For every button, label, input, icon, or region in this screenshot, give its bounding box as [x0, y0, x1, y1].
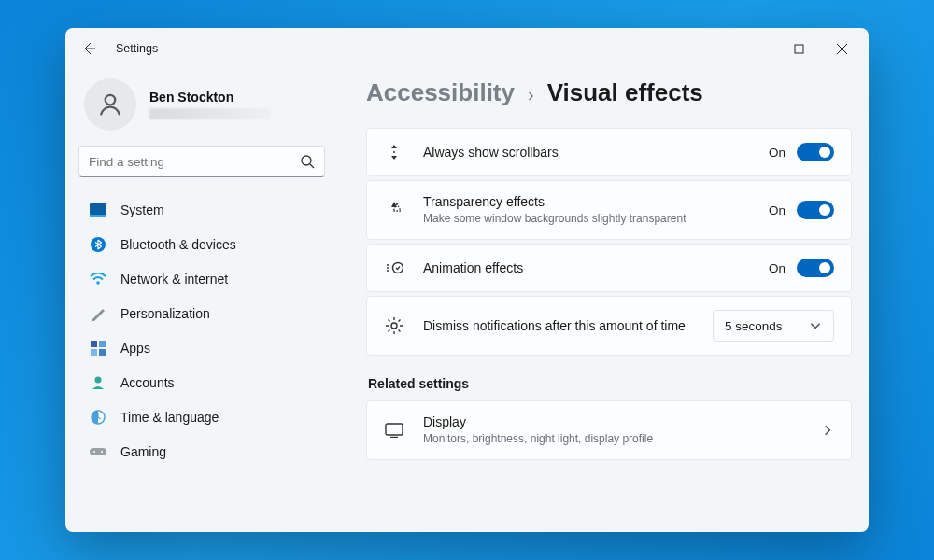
- titlebar: Settings: [65, 28, 869, 69]
- chevron-right-icon: ›: [528, 84, 534, 105]
- link-title: Display: [423, 414, 802, 429]
- svg-point-2: [302, 156, 311, 165]
- display-icon: [384, 420, 404, 441]
- scrollbar-icon: [384, 142, 404, 162]
- setting-title: Dismiss notifications after this amount …: [423, 318, 694, 333]
- maximize-icon: [794, 44, 804, 54]
- nav-label: Personalization: [120, 306, 210, 321]
- setting-dismiss-notifications: Dismiss notifications after this amount …: [366, 296, 852, 356]
- accounts-icon: [90, 374, 106, 391]
- settings-window: Settings Ben Stockton: [65, 28, 869, 532]
- brush-icon: [90, 305, 106, 322]
- arrow-left-icon: [81, 41, 96, 56]
- wifi-icon: [90, 271, 106, 287]
- nav-label: Apps: [120, 341, 150, 356]
- svg-rect-14: [90, 448, 106, 455]
- setting-title: Transparency effects: [423, 194, 750, 209]
- link-desc: Monitors, brightness, night light, displ…: [423, 431, 802, 446]
- nav-item-bluetooth[interactable]: Bluetooth & devices: [78, 227, 325, 261]
- person-icon: [96, 91, 124, 119]
- brightness-icon: [384, 315, 404, 336]
- svg-rect-8: [99, 341, 106, 347]
- nav-item-network[interactable]: Network & internet: [78, 261, 325, 296]
- search-input[interactable]: [89, 155, 300, 169]
- svg-point-15: [93, 451, 95, 453]
- setting-desc: Make some window backgrounds slightly tr…: [423, 211, 703, 226]
- page-title: Visual effects: [547, 78, 703, 107]
- nav-label: Gaming: [120, 444, 166, 459]
- toggle-state: On: [769, 146, 785, 160]
- avatar: [84, 78, 136, 131]
- profile-name: Ben Stockton: [149, 90, 271, 105]
- animation-icon: [384, 258, 404, 278]
- setting-title: Always show scrollbars: [423, 145, 750, 160]
- svg-rect-9: [91, 349, 97, 356]
- minimize-button[interactable]: [734, 32, 777, 65]
- svg-point-16: [101, 451, 103, 453]
- nav-label: Accounts: [120, 375, 175, 390]
- nav-list[interactable]: System Bluetooth & devices Network & int…: [78, 192, 325, 532]
- svg-rect-20: [386, 424, 403, 435]
- search-icon: [300, 154, 315, 169]
- setting-transparency: Transparency effects Make some window ba…: [366, 180, 852, 240]
- nav-item-gaming[interactable]: Gaming: [78, 434, 325, 469]
- close-icon: [837, 44, 847, 54]
- search-box[interactable]: [78, 146, 325, 177]
- nav-label: Network & internet: [120, 272, 228, 287]
- bluetooth-icon: [90, 236, 106, 253]
- chevron-down-icon: [809, 319, 822, 332]
- minimize-icon: [751, 44, 761, 54]
- related-display-link[interactable]: Display Monitors, brightness, night ligh…: [366, 400, 852, 460]
- nav-item-accounts[interactable]: Accounts: [78, 365, 325, 399]
- profile-block[interactable]: Ben Stockton: [78, 69, 325, 146]
- nav-item-time[interactable]: Time & language: [78, 399, 325, 434]
- svg-rect-7: [91, 341, 97, 347]
- svg-point-1: [106, 95, 116, 105]
- maximize-button[interactable]: [777, 32, 820, 65]
- window-title: Settings: [116, 42, 158, 55]
- dismiss-time-dropdown[interactable]: 5 seconds: [713, 310, 834, 342]
- transparency-toggle[interactable]: [797, 201, 834, 219]
- breadcrumb-parent[interactable]: Accessibility: [366, 78, 515, 107]
- svg-rect-3: [90, 203, 106, 215]
- content-area[interactable]: Accessibility › Visual effects Always sh…: [338, 69, 869, 532]
- clock-icon: [90, 409, 106, 426]
- back-button[interactable]: [78, 38, 99, 59]
- system-icon: [90, 202, 106, 218]
- scrollbars-toggle[interactable]: [797, 143, 834, 161]
- nav-item-apps[interactable]: Apps: [78, 330, 325, 365]
- toggle-state: On: [769, 203, 785, 217]
- nav-label: System: [120, 203, 164, 217]
- svg-point-17: [393, 151, 395, 153]
- dropdown-value: 5 seconds: [725, 319, 783, 333]
- svg-point-19: [391, 323, 397, 329]
- toggle-state: On: [769, 261, 785, 275]
- animation-toggle[interactable]: [797, 259, 834, 277]
- chevron-right-icon: [821, 424, 834, 437]
- svg-point-6: [96, 281, 100, 285]
- nav-item-personalization[interactable]: Personalization: [78, 296, 325, 330]
- close-button[interactable]: [820, 32, 863, 65]
- svg-rect-0: [795, 45, 803, 53]
- setting-title: Animation effects: [423, 260, 750, 275]
- breadcrumb: Accessibility › Visual effects: [366, 78, 852, 107]
- svg-point-11: [95, 376, 102, 383]
- apps-icon: [90, 340, 106, 357]
- gaming-icon: [90, 443, 106, 460]
- transparency-icon: [384, 200, 404, 220]
- setting-scrollbars: Always show scrollbars On: [366, 128, 852, 176]
- sidebar: Ben Stockton System Bluetooth & devices: [65, 69, 338, 532]
- nav-item-system[interactable]: System: [78, 192, 325, 227]
- profile-email-redacted: [149, 108, 271, 119]
- nav-label: Bluetooth & devices: [120, 237, 236, 252]
- svg-rect-10: [99, 349, 106, 356]
- nav-label: Time & language: [120, 410, 219, 425]
- related-heading: Related settings: [368, 376, 852, 391]
- setting-animation: Animation effects On: [366, 244, 852, 292]
- svg-rect-4: [90, 215, 106, 217]
